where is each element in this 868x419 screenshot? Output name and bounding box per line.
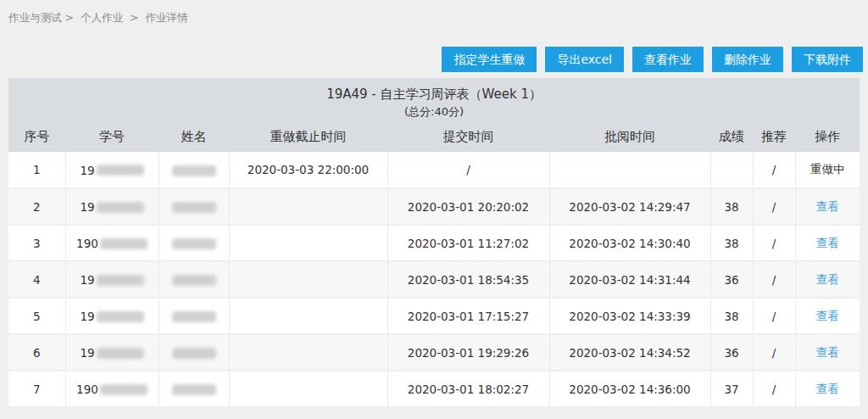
download-attachment-button[interactable]: 下载附件 <box>792 47 863 72</box>
cell-score: 36 <box>710 334 753 371</box>
col-header-redo-deadline: 重做截止时间 <box>229 121 387 152</box>
student-id-visible-prefix: 19 <box>80 200 94 214</box>
redacted-student-id <box>100 238 147 249</box>
view-link[interactable]: 查看 <box>816 199 839 213</box>
redacted-student-id <box>100 384 147 395</box>
cell-submit-time: / <box>387 152 549 188</box>
cell-student-id: 19 <box>65 298 159 334</box>
cell-student-id: 19 <box>65 188 159 225</box>
cell-score: 37 <box>710 371 753 407</box>
cell-submit-time: 2020-03-01 18:54:35 <box>387 261 549 298</box>
cell-recommend: / <box>753 334 795 371</box>
table-row: 7 190 2020-03-01 18:02:27 2020-03-02 14:… <box>8 371 860 407</box>
cell-submit-time: 2020-03-01 11:27:02 <box>387 225 549 261</box>
cell-student-id: 190 <box>65 225 159 261</box>
cell-review-time: 2020-03-02 14:31:44 <box>549 261 710 298</box>
cell-action: 查看 <box>795 371 860 407</box>
cell-score <box>710 152 753 188</box>
cell-action: 查看 <box>795 298 860 334</box>
page: 作业与测试> 个人作业 > 作业详情 指定学生重做 导出excel 查看作业 删… <box>0 0 868 419</box>
cell-redo-deadline <box>229 371 387 407</box>
cell-score: 38 <box>710 225 753 261</box>
redacted-student-id <box>97 348 144 359</box>
table-title-row: 19A49 - 自主学习周评表（Week 1） (总分:40分) <box>8 78 860 121</box>
student-id-visible-prefix: 190 <box>76 383 98 396</box>
student-id-visible-prefix: 190 <box>76 237 98 250</box>
cell-score: 36 <box>710 261 753 298</box>
cell-redo-deadline <box>229 261 387 298</box>
cell-submit-time: 2020-03-01 18:02:27 <box>387 371 549 407</box>
cell-name <box>159 334 229 371</box>
cell-redo-deadline: 2020-03-03 22:00:00 <box>229 152 387 188</box>
col-header-action: 操作 <box>795 121 860 152</box>
cell-student-id: 19 <box>65 261 159 298</box>
cell-review-time: 2020-03-02 14:36:00 <box>549 371 710 407</box>
view-link[interactable]: 查看 <box>816 236 839 249</box>
student-id-visible-prefix: 19 <box>80 164 94 177</box>
cell-redo-deadline <box>229 298 387 334</box>
col-header-name: 姓名 <box>159 121 229 152</box>
view-link[interactable]: 查看 <box>816 345 839 359</box>
cell-recommend: / <box>753 225 795 261</box>
cell-review-time: 2020-03-02 14:33:39 <box>549 298 710 334</box>
cell-student-id: 190 <box>65 371 159 407</box>
cell-student-id: 19 <box>65 334 159 371</box>
redacted-student-id <box>97 275 144 286</box>
cell-review-time: 2020-03-02 14:34:52 <box>549 334 710 371</box>
cell-review-time: 2020-03-02 14:30:40 <box>549 225 710 261</box>
col-header-submit-time: 提交时间 <box>387 121 549 152</box>
table-header-row: 序号 学号 姓名 重做截止时间 提交时间 批阅时间 成绩 推荐 操作 <box>8 121 860 152</box>
cell-recommend: / <box>753 298 795 334</box>
cell-name <box>159 188 229 225</box>
cell-submit-time: 2020-03-01 20:20:02 <box>387 188 549 225</box>
cell-redo-deadline <box>229 188 387 225</box>
cell-action: 查看 <box>795 334 860 371</box>
table-row: 5 19 2020-03-01 17:15:27 2020-03-02 14:3… <box>8 298 860 334</box>
breadcrumb-item-homework-detail: 作业详情 <box>145 11 187 24</box>
col-header-review-time: 批阅时间 <box>549 121 710 152</box>
view-link[interactable]: 查看 <box>816 309 839 322</box>
col-header-recommend: 推荐 <box>753 121 795 152</box>
student-id-visible-prefix: 19 <box>80 346 94 360</box>
cell-action: 查看 <box>795 188 860 225</box>
cell-submit-time: 2020-03-01 19:29:26 <box>387 334 549 371</box>
cell-action: 查看 <box>795 261 860 298</box>
cell-seq: 1 <box>8 152 65 188</box>
table-row: 1 19 2020-03-03 22:00:00 / / 重做中 <box>8 152 860 188</box>
delete-homework-button[interactable]: 删除作业 <box>712 47 783 72</box>
cell-recommend: / <box>753 152 795 188</box>
view-link[interactable]: 查看 <box>816 382 839 395</box>
redo-in-progress-status: 重做中 <box>810 162 845 176</box>
assign-student-redo-button[interactable]: 指定学生重做 <box>442 47 537 72</box>
cell-recommend: / <box>753 371 795 407</box>
cell-seq: 3 <box>8 225 65 261</box>
breadcrumb-item-personal-homework[interactable]: 个人作业 <box>81 11 123 24</box>
col-header-student-id: 学号 <box>65 121 159 152</box>
cell-score: 38 <box>710 188 753 225</box>
cell-name <box>159 371 229 407</box>
redacted-student-name <box>172 384 216 395</box>
redacted-student-name <box>172 238 216 249</box>
breadcrumb-item-homework-and-tests[interactable]: 作业与测试 <box>8 11 62 24</box>
cell-seq: 7 <box>8 371 65 407</box>
cell-seq: 2 <box>8 188 65 225</box>
table-row: 2 19 2020-03-01 20:20:02 2020-03-02 14:2… <box>8 188 860 225</box>
view-homework-button[interactable]: 查看作业 <box>632 47 704 72</box>
redacted-student-name <box>172 311 216 322</box>
redacted-student-id <box>97 165 144 176</box>
cell-name <box>159 298 229 334</box>
cell-seq: 4 <box>8 261 65 298</box>
col-header-score: 成绩 <box>710 121 753 152</box>
cell-submit-time: 2020-03-01 17:15:27 <box>387 298 549 334</box>
cell-name <box>159 225 229 261</box>
cell-score: 38 <box>710 298 753 334</box>
table-subtitle: (总分:40分) <box>8 103 860 121</box>
redacted-student-name <box>172 165 216 176</box>
redacted-student-id <box>97 202 144 213</box>
export-excel-button[interactable]: 导出excel <box>545 47 624 72</box>
cell-name <box>159 152 229 188</box>
view-link[interactable]: 查看 <box>816 272 839 286</box>
redacted-student-name <box>172 348 216 359</box>
table-title: 19A49 - 自主学习周评表（Week 1） <box>8 86 860 103</box>
toolbar: 指定学生重做 导出excel 查看作业 删除作业 下载附件 <box>442 47 863 72</box>
